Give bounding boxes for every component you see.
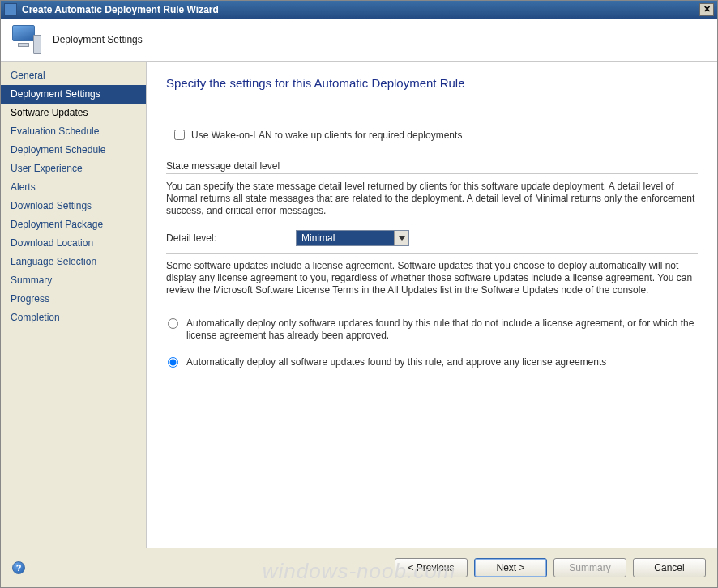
sidebar-item-label: Summary (11, 275, 52, 286)
wizard-footer: ? < Previous Next > Summary Cancel (1, 548, 717, 587)
sidebar-item-general[interactable]: General (1, 66, 146, 85)
chevron-down-icon (394, 231, 408, 245)
divider (166, 173, 698, 174)
help-icon[interactable]: ? (12, 561, 25, 574)
sidebar-item-label: Download Settings (11, 200, 92, 211)
wizard-window: Create Automatic Deployment Rule Wizard … (0, 0, 718, 588)
sidebar-item-label: General (11, 70, 45, 81)
previous-button[interactable]: < Previous (395, 558, 468, 577)
divider (166, 253, 698, 254)
close-button[interactable]: ✕ (699, 3, 714, 16)
sidebar-item-label: Deployment Settings (11, 88, 100, 100)
sidebar-item-deployment-schedule[interactable]: Deployment Schedule (1, 141, 146, 160)
detail-level-value: Minimal (301, 232, 335, 244)
app-icon (4, 3, 17, 16)
state-detail-section-label: State message detail level (166, 160, 698, 172)
sidebar-item-label: User Experience (11, 163, 83, 174)
deploy-without-license-radio[interactable] (168, 318, 178, 329)
wizard-header: Deployment Settings (1, 19, 717, 62)
header-title: Deployment Settings (53, 34, 143, 45)
deploy-approve-license-label: Automatically deploy all software update… (186, 356, 606, 369)
detail-level-dropdown[interactable]: Minimal (296, 230, 409, 246)
sidebar-item-evaluation-schedule[interactable]: Evaluation Schedule (1, 122, 146, 141)
deploy-approve-license-radio[interactable] (168, 357, 178, 368)
summary-button: Summary (553, 558, 626, 577)
sidebar-item-label: Alerts (11, 181, 36, 193)
deploy-without-license-label: Automatically deploy only software updat… (186, 317, 698, 342)
sidebar-item-user-experience[interactable]: User Experience (1, 160, 146, 178)
sidebar-item-label: Language Selection (11, 256, 96, 267)
sidebar-item-label: Deployment Package (11, 219, 103, 230)
cancel-button[interactable]: Cancel (633, 558, 706, 577)
state-detail-description: You can specify the state message detail… (166, 181, 698, 217)
sidebar-item-label: Deployment Schedule (11, 144, 105, 156)
sidebar-item-label: Download Location (11, 237, 93, 249)
sidebar-item-alerts[interactable]: Alerts (1, 178, 146, 197)
sidebar-item-label: Evaluation Schedule (11, 126, 99, 137)
next-button[interactable]: Next > (474, 558, 547, 577)
wizard-sidebar: General Deployment Settings Software Upd… (1, 62, 147, 548)
sidebar-item-label: Software Updates (11, 107, 88, 118)
sidebar-item-deployment-package[interactable]: Deployment Package (1, 215, 146, 234)
window-title: Create Automatic Deployment Rule Wizard (22, 4, 699, 15)
wake-on-lan-label: Use Wake-on-LAN to wake up clients for r… (191, 130, 462, 141)
license-description: Some software updates include a license … (166, 260, 698, 296)
computer-icon (9, 25, 41, 54)
sidebar-item-language-selection[interactable]: Language Selection (1, 253, 146, 271)
sidebar-item-download-settings[interactable]: Download Settings (1, 197, 146, 215)
sidebar-item-summary[interactable]: Summary (1, 271, 146, 290)
detail-level-label: Detail level: (166, 232, 296, 244)
sidebar-item-download-location[interactable]: Download Location (1, 234, 146, 253)
page-title: Specify the settings for this Automatic … (166, 76, 698, 90)
sidebar-item-completion[interactable]: Completion (1, 309, 146, 327)
titlebar: Create Automatic Deployment Rule Wizard … (1, 1, 717, 19)
sidebar-item-software-updates[interactable]: Software Updates (1, 104, 146, 122)
wake-on-lan-checkbox[interactable] (174, 130, 185, 140)
wizard-content: Specify the settings for this Automatic … (147, 62, 717, 548)
sidebar-item-label: Progress (11, 293, 49, 305)
sidebar-item-deployment-settings[interactable]: Deployment Settings (1, 85, 146, 104)
sidebar-item-label: Completion (11, 312, 60, 323)
sidebar-item-progress[interactable]: Progress (1, 290, 146, 309)
